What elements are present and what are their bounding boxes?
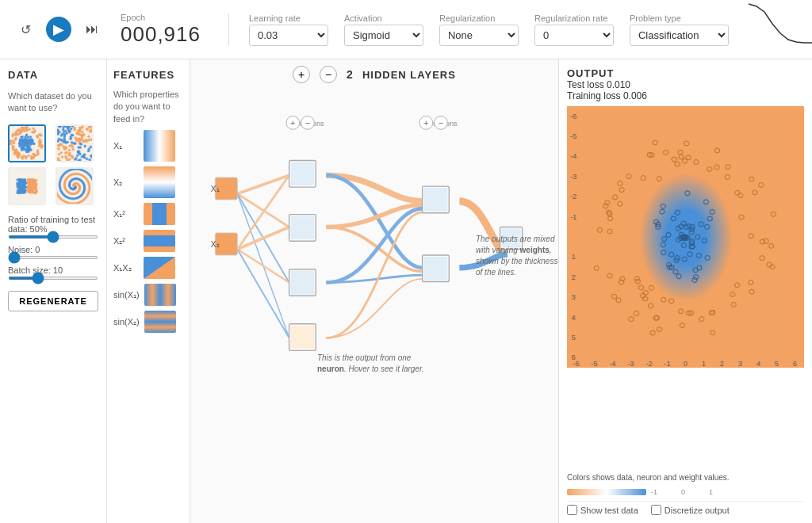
regularization-group: Regularization NoneL1L2 xyxy=(439,13,519,46)
input-x2[interactable]: X₂ xyxy=(211,233,238,255)
legend-gradient-bar xyxy=(567,489,646,495)
svg-text:X₁: X₁ xyxy=(211,185,220,193)
legend-min: -1 xyxy=(651,488,657,496)
feature-x2sq-label: X₂² xyxy=(113,236,139,246)
regenerate-button[interactable]: REGENERATE xyxy=(8,291,98,311)
feature-x1x2-label: X₁X₂ xyxy=(113,263,139,273)
neuron-1-1[interactable] xyxy=(289,161,316,188)
feature-x2[interactable]: X₂ xyxy=(113,166,183,198)
svg-rect-29 xyxy=(291,326,315,349)
show-test-data-label: Show test data xyxy=(580,506,638,515)
features-title: FEATURES xyxy=(113,69,183,81)
neuron-2-2[interactable] xyxy=(423,255,450,282)
noise-slider[interactable] xyxy=(8,256,98,259)
step-button[interactable]: ⏭ xyxy=(79,17,105,42)
feature-x1x2-thumb xyxy=(144,257,175,279)
feature-sinx1: sin(X₁) xyxy=(113,284,183,306)
play-button[interactable]: ▶ xyxy=(46,17,71,42)
svg-line-16 xyxy=(237,250,289,283)
feature-x1x2: X₁X₂ xyxy=(113,257,183,279)
add-layer-button[interactable]: + xyxy=(293,66,310,83)
problem-type-label: Problem type xyxy=(630,13,729,23)
legend-labels: -1 0 1 xyxy=(651,488,713,496)
annotation-neuron: This is the output from one neuron. Hove… xyxy=(317,353,428,375)
epoch-value: 000,916 xyxy=(121,22,201,47)
activation-group: Activation SigmoidReLUTanhLinear xyxy=(344,13,423,46)
dataset-gaussian[interactable] xyxy=(8,167,46,205)
dataset-grid xyxy=(8,124,98,205)
learning-rate-label: Learning rate xyxy=(249,13,328,23)
learning-rate-select[interactable]: 0.030.010.10.3 xyxy=(249,25,328,46)
feature-x1-thumb xyxy=(144,130,175,162)
activation-select[interactable]: SigmoidReLUTanhLinear xyxy=(344,25,423,46)
svg-text:+: + xyxy=(290,118,296,128)
learning-rate-group: Learning rate 0.030.010.10.3 xyxy=(249,13,328,46)
divider xyxy=(228,13,229,45)
legend-row: Colors shows data, neuron and weight val… xyxy=(567,473,804,482)
batch-slider[interactable] xyxy=(8,277,98,280)
svg-text:+: + xyxy=(423,118,429,128)
legend-mid: 0 xyxy=(681,488,685,496)
neuron-1-2[interactable] xyxy=(289,215,316,242)
svg-text:−: − xyxy=(439,118,444,128)
remove-layer-button[interactable]: − xyxy=(320,66,337,83)
svg-rect-25 xyxy=(291,216,315,240)
layer-count: 2 xyxy=(347,68,353,81)
feature-x2-label: X₂ xyxy=(113,178,139,188)
network-svg: 4 neurons 2 neurons + − + − xyxy=(197,88,552,499)
feature-x1sq: X₁² xyxy=(113,203,183,225)
reg-rate-label: Regularization rate xyxy=(534,13,614,23)
show-test-data-checkbox[interactable]: Show test data xyxy=(567,505,638,515)
svg-rect-23 xyxy=(291,162,315,185)
regularization-label: Regularization xyxy=(439,13,519,23)
feature-sinx1-thumb xyxy=(144,284,176,306)
ratio-slider[interactable] xyxy=(8,235,98,239)
reg-rate-select[interactable]: 00.0010.010.1 xyxy=(534,25,614,46)
feature-x1[interactable]: X₁ xyxy=(113,130,183,162)
discretize-output-checkbox[interactable]: Discretize output xyxy=(651,505,730,515)
features-which-label: Which properties do you want to feed in? xyxy=(113,89,183,125)
regularization-select[interactable]: NoneL1L2 xyxy=(439,25,519,46)
feature-x1sq-label: X₁² xyxy=(113,209,139,220)
feature-sinx2-label: sin(X₂) xyxy=(113,317,140,327)
dataset-spiral[interactable] xyxy=(56,167,94,205)
checkbox-row: Show test data Discretize output xyxy=(567,501,804,515)
problem-type-select[interactable]: ClassificationRegression xyxy=(630,25,729,46)
epoch-group: Epoch 000,916 xyxy=(121,13,201,47)
problem-type-group: Problem type ClassificationRegression xyxy=(630,13,729,46)
activation-label: Activation xyxy=(344,13,423,23)
legend-max: 1 xyxy=(709,488,713,496)
data-panel: DATA Which dataset do you want to use? R… xyxy=(0,59,107,523)
output-title: OUTPUT xyxy=(567,67,647,79)
features-panel: FEATURES Which properties do you want to… xyxy=(107,59,190,523)
network-header: + − 2 HIDDEN LAYERS xyxy=(197,66,552,83)
svg-rect-31 xyxy=(424,188,448,212)
reset-button[interactable]: ↺ xyxy=(13,17,38,42)
dataset-xor[interactable] xyxy=(56,124,94,162)
svg-text:−: − xyxy=(305,118,311,128)
data-which-label: Which dataset do you want to use? xyxy=(8,90,98,115)
annotation-weights: The outputs are mixed with varying weigh… xyxy=(476,234,558,278)
input-x1[interactable]: X₁ xyxy=(211,178,238,200)
ratio-group: Ratio of training to test data: 50% xyxy=(8,215,98,239)
show-test-data-input[interactable] xyxy=(567,505,577,515)
svg-rect-33 xyxy=(424,257,448,281)
network-title: HIDDEN LAYERS xyxy=(362,69,456,81)
network-panel: + − 2 HIDDEN LAYERS 4 neurons 2 neurons … xyxy=(190,59,558,523)
neuron-1-4[interactable] xyxy=(289,324,316,351)
discretize-output-label: Discretize output xyxy=(665,506,730,515)
data-title: DATA xyxy=(8,69,98,81)
output-visualization xyxy=(567,106,804,465)
training-loss: Training loss 0.006 xyxy=(567,90,647,101)
neuron-2-1[interactable] xyxy=(423,186,450,213)
output-panel: OUTPUT Test loss 0.010 Training loss 0.0… xyxy=(558,59,812,523)
dataset-circle[interactable] xyxy=(8,124,46,162)
neuron-1-3[interactable] xyxy=(289,269,316,296)
test-loss: Test loss 0.010 xyxy=(567,79,647,90)
feature-x2sq-thumb xyxy=(144,230,175,252)
discretize-output-input[interactable] xyxy=(651,505,661,515)
reg-rate-group: Regularization rate 00.0010.010.1 xyxy=(534,13,614,46)
playback-controls: ↺ ▶ ⏭ xyxy=(13,17,105,42)
epoch-label: Epoch xyxy=(121,13,201,22)
feature-sinx2-thumb xyxy=(144,311,176,333)
